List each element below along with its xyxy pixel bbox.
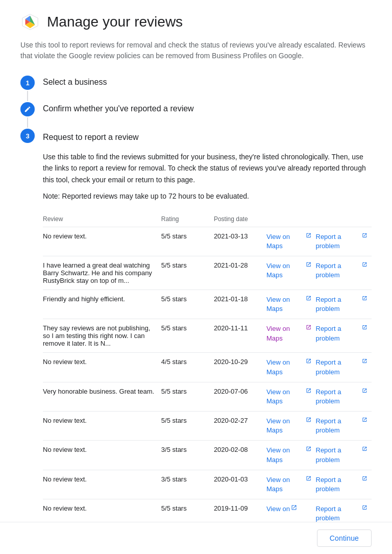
report-problem-link[interactable]: Report a problem xyxy=(316,324,368,343)
external-link-icon xyxy=(362,417,368,423)
report-problem-link[interactable]: Report a problem xyxy=(316,358,368,376)
step-1-label: Select a business xyxy=(43,76,107,87)
view-on-maps-link[interactable]: View on Maps xyxy=(266,475,312,494)
report-problem-link[interactable]: Report a problem xyxy=(316,446,368,464)
view-on-maps-link[interactable]: View on xyxy=(266,504,297,514)
report-cell[interactable]: Report a problem xyxy=(316,290,372,319)
view-on-maps-link[interactable]: View on Maps xyxy=(266,261,312,280)
rating-cell: 3/5 stars xyxy=(161,441,214,470)
table-section: Use this table to find the reviews submi… xyxy=(20,151,372,529)
view-cell[interactable]: View on Maps xyxy=(266,412,316,441)
table-row: No review text. 5/5 stars 2020-02-27 Vie… xyxy=(43,412,372,441)
view-on-maps-link[interactable]: View on Maps xyxy=(266,324,312,343)
report-problem-link[interactable]: Report a problem xyxy=(316,417,368,435)
step-1-circle: 1 xyxy=(20,76,35,90)
step-2-row: Confirm whether you've reported a review xyxy=(20,102,372,129)
table-row: No review text. 5/5 stars 2021-03-13 Vie… xyxy=(43,227,372,256)
table-note: Note: Reported reviews may take up to 72… xyxy=(43,190,372,202)
view-cell[interactable]: View on Maps xyxy=(266,256,316,290)
external-link-icon xyxy=(306,475,311,481)
report-problem-link[interactable]: Report a problem xyxy=(316,261,368,280)
report-problem-link[interactable]: Report a problem xyxy=(316,295,368,314)
report-problem-link[interactable]: Report a problem xyxy=(316,475,368,494)
page-header: Manage your reviews xyxy=(20,12,372,32)
external-link-icon xyxy=(362,232,368,238)
rating-cell: 3/5 stars xyxy=(161,470,214,499)
continue-button[interactable]: Continue xyxy=(317,529,372,547)
report-cell[interactable]: Report a problem xyxy=(316,441,372,470)
view-on-maps-link[interactable]: View on Maps xyxy=(266,358,312,376)
date-cell: 2020-07-06 xyxy=(214,382,266,411)
external-link-icon xyxy=(291,504,297,511)
external-link-icon xyxy=(306,295,311,301)
col-header-review: Review xyxy=(43,211,161,227)
rating-cell: 5/5 stars xyxy=(161,290,214,319)
date-cell: 2020-11-11 xyxy=(214,319,266,353)
steps-container: 1 Select a business Confirm whether you'… xyxy=(20,76,372,143)
review-cell: No review text. xyxy=(43,227,161,256)
review-cell: They say reviews are not publishing, so … xyxy=(43,319,161,353)
date-cell: 2020-02-08 xyxy=(214,441,266,470)
rating-cell: 5/5 stars xyxy=(161,256,214,290)
review-cell: No review text. xyxy=(43,412,161,441)
table-row: Very honorable business. Great team. 5/5… xyxy=(43,382,372,411)
report-cell[interactable]: Report a problem xyxy=(316,353,372,382)
date-cell: 2020-10-29 xyxy=(214,353,266,382)
view-cell[interactable]: View on Maps xyxy=(266,290,316,319)
view-cell[interactable]: View on Maps xyxy=(266,227,316,256)
date-cell: 2021-01-18 xyxy=(214,290,266,319)
step-1-connector xyxy=(27,91,28,101)
report-cell[interactable]: Report a problem xyxy=(316,382,372,411)
view-cell[interactable]: View on Maps xyxy=(266,382,316,411)
external-link-icon xyxy=(306,358,311,364)
view-on-maps-link[interactable]: View on Maps xyxy=(266,232,312,251)
external-link-icon xyxy=(362,446,368,452)
report-problem-link[interactable]: Report a problem xyxy=(316,388,368,406)
report-cell[interactable]: Report a problem xyxy=(316,256,372,290)
view-cell[interactable]: View on Maps xyxy=(266,470,316,499)
report-problem-link[interactable]: Report a problem xyxy=(316,504,368,523)
review-cell: I have learned a great deal watching Bar… xyxy=(43,256,161,290)
external-link-icon xyxy=(362,388,368,394)
external-link-icon xyxy=(362,324,368,330)
view-cell[interactable]: View on Maps xyxy=(266,353,316,382)
col-header-report xyxy=(316,211,372,227)
view-on-maps-link[interactable]: View on Maps xyxy=(266,446,312,464)
external-link-icon xyxy=(306,388,311,394)
step-2-connector xyxy=(27,117,28,128)
table-row: No review text. 3/5 stars 2020-02-08 Vie… xyxy=(43,441,372,470)
report-cell[interactable]: Report a problem xyxy=(316,319,372,353)
review-cell: No review text. xyxy=(43,353,161,382)
date-cell: 2020-01-03 xyxy=(214,470,266,499)
col-header-rating: Rating xyxy=(161,211,214,227)
step-3-indicator: 3 xyxy=(20,129,35,143)
reviews-table: Review Rating Posting date No review tex… xyxy=(43,211,372,529)
footer-bar: Continue xyxy=(0,522,392,554)
step-2-circle xyxy=(20,102,35,116)
page-description: Use this tool to report reviews for remo… xyxy=(20,40,368,61)
view-cell[interactable]: View on Maps xyxy=(266,319,316,353)
table-intro: Use this table to find the reviews submi… xyxy=(43,151,372,185)
step-1-row: 1 Select a business xyxy=(20,76,372,102)
report-cell[interactable]: Report a problem xyxy=(316,227,372,256)
col-header-date: Posting date xyxy=(214,211,266,227)
view-cell[interactable]: View on Maps xyxy=(266,441,316,470)
table-row: They say reviews are not publishing, so … xyxy=(43,319,372,353)
google-logo-icon xyxy=(20,12,40,32)
review-cell: Friendly and highly efficient. xyxy=(43,290,161,319)
page-title: Manage your reviews xyxy=(47,14,183,30)
table-row: No review text. 3/5 stars 2020-01-03 Vie… xyxy=(43,470,372,499)
rating-cell: 5/5 stars xyxy=(161,319,214,353)
date-cell: 2021-01-28 xyxy=(214,256,266,290)
date-cell: 2020-02-27 xyxy=(214,412,266,441)
view-on-maps-link[interactable]: View on Maps xyxy=(266,295,312,314)
report-cell[interactable]: Report a problem xyxy=(316,470,372,499)
view-on-maps-link[interactable]: View on Maps xyxy=(266,388,312,406)
external-link-icon xyxy=(362,504,368,511)
review-cell: Very honorable business. Great team. xyxy=(43,382,161,411)
report-problem-link[interactable]: Report a problem xyxy=(316,232,368,251)
review-cell: No review text. xyxy=(43,441,161,470)
report-cell[interactable]: Report a problem xyxy=(316,412,372,441)
table-header-row: Review Rating Posting date xyxy=(43,211,372,227)
view-on-maps-link[interactable]: View on Maps xyxy=(266,417,312,435)
